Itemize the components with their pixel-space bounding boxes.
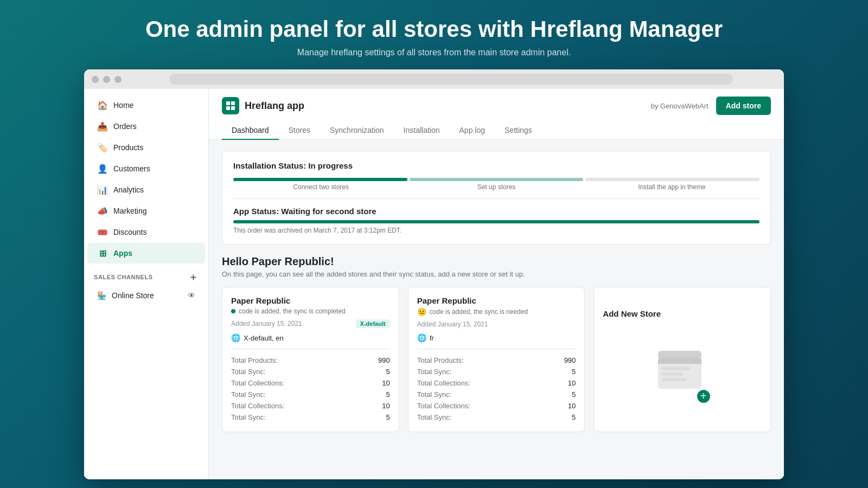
store-1-stat-2-value: 5 xyxy=(386,368,390,376)
store-2-stat-4-label: Total Sync: xyxy=(417,390,452,399)
browser-body: 🏠 Home 📥 Orders 🏷️ Products 👤 Customers … xyxy=(84,89,784,479)
app-header-top: Hreflang app by GenovaWebArt Add store xyxy=(222,97,771,115)
store-1-stats: Total Products: 990 Total Sync: 5 Total … xyxy=(231,349,390,423)
sidebar-item-marketing[interactable]: 📣 Marketing xyxy=(87,201,205,221)
globe-icon-2: 🌐 xyxy=(417,333,426,342)
store-1-stat-3-label: Total Collections: xyxy=(231,379,284,387)
store-2-stat-3-value: 10 xyxy=(568,379,576,387)
discounts-icon: 🎟️ xyxy=(97,227,108,237)
store-2-status: 😐 code is added, the sync is needed xyxy=(417,307,576,316)
sidebar-item-customers[interactable]: 👤 Customers xyxy=(87,158,205,179)
store-1-stat-4-label: Total Sync: xyxy=(231,390,266,399)
store-2-locale-text: fr xyxy=(430,334,434,342)
progress-step-2 xyxy=(410,178,584,181)
sidebar-item-apps[interactable]: ⊞ Apps xyxy=(87,243,205,264)
sidebar-item-orders[interactable]: 📥 Orders xyxy=(87,116,205,137)
hello-title: Hello Paper Republic! xyxy=(222,255,771,268)
store-1-stat-1-label: Total Products: xyxy=(231,356,278,364)
store-2-stat-1-value: 990 xyxy=(564,356,576,364)
svg-rect-2 xyxy=(226,106,230,110)
sidebar-item-online-store[interactable]: 🏪 Online Store 👁 xyxy=(87,286,205,305)
store-1-locale: 🌐 X-default, en xyxy=(231,333,390,342)
progress-step-1 xyxy=(233,178,407,181)
tab-dashboard[interactable]: Dashboard xyxy=(222,121,279,140)
store-1-status-dot xyxy=(231,309,235,313)
sidebar-item-analytics[interactable]: 📊 Analytics xyxy=(87,179,205,200)
sidebar-label-marketing: Marketing xyxy=(113,207,146,215)
hero-title: One admin panel for all stores with Href… xyxy=(145,16,723,42)
apps-icon: ⊞ xyxy=(97,248,108,259)
app-status-bar xyxy=(233,220,760,223)
store-2-stat-1-label: Total Products: xyxy=(417,356,464,364)
store-2-stat-5: Total Collections: 10 xyxy=(417,400,576,412)
installation-status-title: Installation Status: In progress xyxy=(233,161,760,170)
store-1-badge: X-default xyxy=(356,319,390,328)
store-1-stat-6-value: 5 xyxy=(386,413,390,421)
app-icon xyxy=(222,97,239,114)
browser-window: 🏠 Home 📥 Orders 🏷️ Products 👤 Customers … xyxy=(84,69,784,479)
browser-addressbar xyxy=(169,74,733,85)
sidebar-label-products: Products xyxy=(113,143,143,152)
customers-icon: 👤 xyxy=(97,163,108,174)
browser-dot-yellow xyxy=(103,76,110,83)
store-1-stat-4: Total Sync: 5 xyxy=(231,389,390,400)
marketing-icon: 📣 xyxy=(97,206,108,216)
store-1-stat-2: Total Sync: 5 xyxy=(231,366,390,377)
sidebar-section-sales-channels: SALES CHANNELS ＋ xyxy=(84,264,208,286)
hello-section: Hello Paper Republic! On this page, you … xyxy=(222,255,771,278)
orders-icon: 📥 xyxy=(97,121,108,132)
store-1-date: Added January 15, 2021 xyxy=(231,320,302,328)
store-1-locale-text: X-default, en xyxy=(244,334,284,342)
store-1-stat-4-value: 5 xyxy=(386,390,390,399)
store-1-stat-5-value: 10 xyxy=(382,402,390,410)
progress-labels: Connect two stores Set up stores Install… xyxy=(233,183,760,191)
add-sales-channel-icon[interactable]: ＋ xyxy=(188,271,199,284)
svg-rect-0 xyxy=(226,101,230,105)
progress-label-1: Connect two stores xyxy=(233,183,409,191)
store-card-1: Paper Republic code is added, the sync i… xyxy=(222,287,399,432)
store-2-stat-2-label: Total Sync: xyxy=(417,368,452,376)
store-2-stat-5-value: 10 xyxy=(568,402,576,410)
tab-synchronization[interactable]: Synchronization xyxy=(320,121,394,140)
hello-desc: On this page, you can see all the added … xyxy=(222,270,771,278)
store-1-stat-5-label: Total Collections: xyxy=(231,402,284,410)
store-2-stat-5-label: Total Collections: xyxy=(417,402,470,410)
svg-rect-1 xyxy=(231,101,235,105)
store-1-status: code is added, the sync is completed xyxy=(231,307,390,315)
sidebar-label-analytics: Analytics xyxy=(113,185,144,194)
hero-subtitle: Manage hreflang settings of all stores f… xyxy=(297,48,571,57)
progress-label-3: Install the app in theme xyxy=(584,183,760,191)
by-label: by GenovaWebArt xyxy=(651,102,709,110)
store-1-stat-3: Total Collections: 10 xyxy=(231,377,390,389)
sidebar-item-discounts[interactable]: 🎟️ Discounts xyxy=(87,222,205,242)
store-2-locale: 🌐 fr xyxy=(417,333,576,342)
sidebar-item-home[interactable]: 🏠 Home xyxy=(87,95,205,115)
store-1-stat-6: Total Sync: 5 xyxy=(231,412,390,423)
app-status-section: App Status: Waiting for second store Thi… xyxy=(233,198,760,234)
tab-installation[interactable]: Installation xyxy=(394,121,450,140)
sidebar-label-discounts: Discounts xyxy=(113,228,146,236)
store-placeholder-icon xyxy=(658,351,701,389)
store-2-stat-3: Total Collections: 10 xyxy=(417,377,576,389)
store-1-meta: Added January 15, 2021 X-default xyxy=(231,319,390,328)
browser-chrome xyxy=(84,69,784,89)
tab-settings[interactable]: Settings xyxy=(495,121,542,140)
tab-app-log[interactable]: App log xyxy=(450,121,495,140)
store-card-2: Paper Republic 😐 code is added, the sync… xyxy=(408,287,585,432)
sidebar-item-products[interactable]: 🏷️ Products xyxy=(87,137,205,158)
plus-circle-icon[interactable]: + xyxy=(696,389,711,404)
progress-step-3 xyxy=(585,178,760,181)
app-status-note: This order was archived on March 7, 2017… xyxy=(233,227,760,234)
tab-stores[interactable]: Stores xyxy=(279,121,320,140)
store-2-stat-6-label: Total Sync: xyxy=(417,413,452,421)
store-2-stat-4: Total Sync: 5 xyxy=(417,389,576,400)
store-1-status-text: code is added, the sync is completed xyxy=(239,307,346,315)
store-2-meta: Added January 15, 2021 xyxy=(417,320,576,328)
store-1-stat-1-value: 990 xyxy=(378,356,390,364)
add-store-header-button[interactable]: Add store xyxy=(716,97,771,115)
online-store-eye-icon[interactable]: 👁 xyxy=(188,291,195,300)
store-2-stat-2-value: 5 xyxy=(572,368,576,376)
stores-grid: Paper Republic code is added, the sync i… xyxy=(222,287,771,432)
store-2-name: Paper Republic xyxy=(417,296,576,305)
sidebar-label-online-store: Online Store xyxy=(112,291,154,300)
